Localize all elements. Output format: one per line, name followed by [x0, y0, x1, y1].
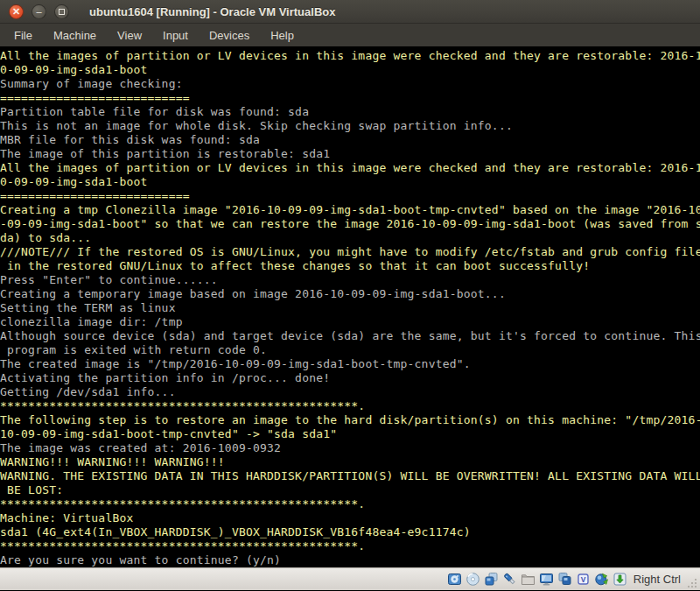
terminal-line: =========================== — [0, 189, 700, 203]
window-titlebar[interactable]: ✕ – ubuntu1604 [Running] - Oracle VM Vir… — [0, 0, 700, 24]
menu-item-file[interactable]: File — [4, 25, 43, 46]
keyboard-capture-icon[interactable] — [612, 572, 627, 587]
terminal-line: Partition table file for disk was found:… — [0, 105, 700, 119]
terminal-line: Setting the TERM as linux — [0, 301, 700, 315]
display-icon[interactable] — [539, 572, 554, 587]
terminal-line: ****************************************… — [0, 497, 700, 511]
terminal-line: Getting /dev/sda1 info... — [0, 385, 700, 399]
terminal-line: 10-09-09-img-sda1-boot-tmp-cnvted" -> "s… — [0, 427, 700, 441]
terminal-line: Press "Enter" to continue...... — [0, 273, 700, 287]
terminal-line: All the images of partition or LV device… — [0, 161, 700, 175]
menu-item-devices[interactable]: Devices — [199, 25, 260, 46]
terminal-line: Are you sure you want to continue? (y/n) — [0, 553, 700, 567]
terminal-line: The image of this partition is restorabl… — [0, 147, 700, 161]
maximize-button[interactable] — [54, 4, 69, 19]
maximize-icon — [59, 9, 65, 15]
terminal-line: ****************************************… — [0, 399, 700, 413]
terminal-line: Creating a temporary image based on imag… — [0, 287, 700, 301]
usb-icon[interactable] — [502, 572, 517, 587]
terminal-line: WARNING!!! WARNING!!! WARNING!!! — [0, 455, 700, 469]
terminal-line: =========================== — [0, 91, 700, 105]
terminal-line: ****************************************… — [0, 539, 700, 553]
terminal-line: 0-09-09-img-sda1-boot — [0, 63, 700, 77]
terminal-line: Creating a tmp Clonezilla image "2016-10… — [0, 203, 700, 217]
terminal-line: ///NOTE/// If the restored OS is GNU/Lin… — [0, 245, 700, 259]
terminal-screen[interactable]: All the images of partition or LV device… — [0, 46, 700, 567]
mouse-integration-icon[interactable] — [594, 572, 609, 587]
terminal-line: 0-09-09-img-sda1-boot — [0, 175, 700, 189]
terminal-line: The created image is "/tmp/2016-10-09-09… — [0, 357, 700, 371]
menu-item-machine[interactable]: Machine — [43, 25, 107, 46]
terminal-line: -09-09-img-sda1-boot" so that we can res… — [0, 217, 700, 231]
terminal-line: The following step is to restore an imag… — [0, 413, 700, 427]
menu-item-input[interactable]: Input — [152, 25, 199, 46]
host-key-label: Right Ctrl — [634, 573, 681, 586]
terminal-line: in the restored GNU/Linux to affect thes… — [0, 259, 700, 273]
hard-disk-icon[interactable] — [447, 572, 462, 587]
features-icon[interactable]: V — [576, 572, 591, 587]
video-capture-icon[interactable] — [557, 572, 572, 587]
close-button[interactable]: ✕ — [9, 4, 24, 19]
menu-item-help[interactable]: Help — [260, 25, 304, 46]
terminal-line: This is not an image for whole disk. Ski… — [0, 119, 700, 133]
terminal-line: BE LOST: — [0, 483, 700, 497]
network-icon[interactable] — [484, 572, 499, 587]
window-title: ubuntu1604 [Running] - Oracle VM Virtual… — [89, 5, 335, 18]
terminal-line: clonezilla image dir: /tmp — [0, 315, 700, 329]
resize-grip[interactable] — [686, 577, 698, 589]
terminal-line: MBR file for this disk was found: sda — [0, 133, 700, 147]
terminal-line: The image was created at: 2016-1009-0932 — [0, 441, 700, 455]
terminal-line: Activating the partition info in /proc..… — [0, 371, 700, 385]
optical-disc-icon[interactable] — [466, 572, 480, 587]
terminal-line: program is exited with return code 0. — [0, 343, 700, 357]
status-bar: V Right Ctrl — [0, 567, 700, 590]
terminal-line: WARNING. THE EXISTING DATA IN THIS HARDD… — [0, 469, 700, 483]
shared-folder-icon[interactable] — [521, 572, 536, 587]
minimize-button[interactable]: – — [32, 4, 46, 19]
terminal-line: Machine: VirtualBox — [0, 511, 700, 525]
menu-bar: FileMachineViewInputDevicesHelp — [0, 24, 700, 46]
terminal-line: sda1 (4G_ext4(In_VBOX_HARDDISK_)_VBOX_HA… — [0, 525, 700, 539]
terminal-line: All the images of partition or LV device… — [0, 49, 700, 63]
terminal-line: Although source device (sda) and target … — [0, 329, 700, 343]
terminal-line: Summary of image checking: — [0, 77, 700, 91]
terminal-line: da) to sda... — [0, 231, 700, 245]
svg-text:V: V — [580, 575, 585, 584]
menu-item-view[interactable]: View — [107, 25, 152, 46]
